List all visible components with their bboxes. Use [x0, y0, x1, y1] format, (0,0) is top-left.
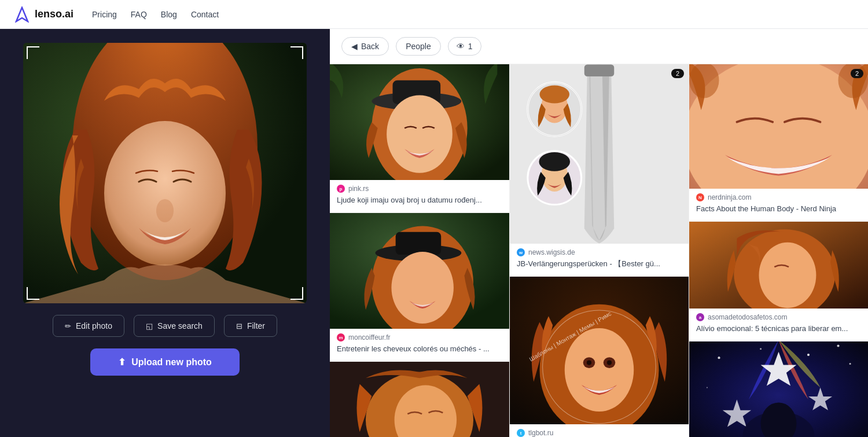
result-card[interactable]: 2 w news.wigsis.de JB-Verlängerungsperüc… — [510, 64, 689, 277]
photo-frame — [23, 43, 307, 303]
svg-point-10 — [387, 96, 453, 173]
svg-rect-14 — [396, 232, 442, 255]
card-info: p pink.rs Ljude koji imaju ovaj broj u d… — [330, 180, 509, 212]
card-image-col3-3 — [689, 341, 868, 437]
source-name: tlgbot.ru — [528, 429, 553, 437]
results-grid: p pink.rs Ljude koji imaju ovaj broj u d… — [330, 64, 868, 437]
edit-icon: ✏ — [65, 322, 71, 330]
svg-point-25 — [540, 86, 570, 104]
nav-pricing[interactable]: Pricing — [92, 10, 117, 19]
logo[interactable]: lenso.ai — [14, 6, 73, 23]
nav-blog[interactable]: Blog — [161, 10, 177, 19]
nav-faq[interactable]: FAQ — [131, 10, 147, 19]
card-source: a asomadetodosafetos.com — [696, 313, 861, 321]
corner-br — [290, 287, 303, 300]
corner-bl — [27, 287, 39, 300]
svg-point-34 — [587, 361, 591, 365]
card-source: w news.wigsis.de — [517, 248, 682, 256]
card-title: Facts About the Human Body - Nerd Ninja — [696, 204, 861, 214]
logo-icon — [14, 6, 30, 23]
logo-text: lenso.ai — [35, 8, 73, 20]
source-dot: N — [696, 193, 704, 201]
match-badge: 2 — [671, 69, 684, 78]
top-bar: ◀ Back People 👁 1 — [330, 29, 868, 64]
svg-point-35 — [607, 361, 612, 365]
source-name: moncoiffeur.fr — [348, 333, 390, 341]
card-source: t tlgbot.ru — [517, 429, 682, 437]
header: lenso.ai Pricing FAQ Blog Contact — [0, 0, 868, 29]
left-panel: ✏ Edit photo ◱ Save search ⊟ Filter ⬆ Up… — [0, 29, 330, 437]
card-image-1 — [330, 64, 509, 180]
people-filter-button[interactable]: People — [396, 37, 441, 56]
result-card[interactable]: Шаблоны | Монтаж | Мемы | Римс t tlgbot.… — [510, 277, 689, 437]
upload-icon: ⬆ — [118, 357, 126, 368]
corner-tl — [27, 46, 39, 59]
filter-icon: ⊟ — [236, 322, 242, 330]
card-title: Entretenir les cheveux colorés ou méchés… — [337, 344, 502, 354]
edit-photo-label: Edit photo — [76, 321, 112, 330]
results-col-2: 2 w news.wigsis.de JB-Verlängerungsperüc… — [509, 64, 689, 437]
card-image-3 — [330, 362, 509, 437]
save-search-label: Save search — [157, 321, 203, 330]
source-name: nerdninja.com — [708, 193, 751, 201]
upload-new-photo-button[interactable]: ⬆ Upload new photo — [90, 348, 240, 376]
svg-point-15 — [391, 252, 453, 324]
people-label: People — [406, 42, 431, 51]
card-image-col2-2: Шаблоны | Монтаж | Мемы | Римс — [510, 277, 689, 424]
match-badge: 2 — [851, 69, 863, 78]
card-title: Alívio emocional: 5 técnicas para libera… — [696, 324, 861, 334]
uploaded-photo — [23, 43, 307, 303]
corner-tr — [290, 46, 303, 59]
action-buttons: ✏ Edit photo ◱ Save search ⊟ Filter — [53, 315, 277, 337]
result-card[interactable]: m moncoiffeur.fr Entretenir les cheveux … — [330, 213, 509, 362]
result-card[interactable]: p pink.rs Ljude koji imaju ovaj broj u d… — [330, 64, 509, 213]
card-source: N nerdninja.com — [696, 193, 861, 201]
upload-label: Upload new photo — [131, 357, 212, 368]
source-dot: m — [337, 333, 345, 341]
filter-button[interactable]: ⊟ Filter — [224, 315, 277, 337]
card-title: JB-Verlängerungsperücken - 【Bester gü... — [517, 259, 682, 269]
result-card[interactable]: a asomadetodosafetos.com Alívio emociona… — [689, 222, 868, 341]
svg-point-31 — [565, 328, 634, 412]
source-dot: w — [517, 248, 525, 256]
edit-photo-button[interactable]: ✏ Edit photo — [53, 315, 124, 337]
card-image-col3-1 — [689, 64, 868, 189]
result-card[interactable] — [689, 341, 868, 437]
svg-point-5 — [156, 199, 174, 222]
card-title: Ljude koji imaju ovaj broj u datumu rođe… — [337, 195, 502, 205]
back-label: Back — [361, 42, 379, 51]
source-dot: t — [517, 429, 525, 437]
svg-point-28 — [539, 152, 570, 171]
nav-contact[interactable]: Contact — [191, 10, 219, 19]
save-icon: ◱ — [146, 322, 153, 330]
result-card[interactable]: 2 N nerdninja.com Facts About the Human … — [689, 64, 868, 222]
card-info: m moncoiffeur.fr Entretenir les cheveux … — [330, 329, 509, 361]
card-info: t tlgbot.ru Телеграм канал «ПельМЕМная |… — [510, 424, 689, 437]
svg-point-47 — [760, 348, 762, 350]
main-layout: ✏ Edit photo ◱ Save search ⊟ Filter ⬆ Up… — [0, 29, 868, 437]
source-dot: p — [337, 185, 345, 193]
svg-point-50 — [707, 387, 708, 388]
save-search-button[interactable]: ◱ Save search — [134, 315, 215, 337]
eye-icon: 👁 — [457, 42, 465, 51]
source-name: pink.rs — [348, 185, 369, 193]
svg-rect-21 — [584, 65, 615, 77]
card-source: p pink.rs — [337, 185, 502, 193]
results-col-3: 2 N nerdninja.com Facts About the Human … — [689, 64, 868, 437]
svg-point-44 — [759, 243, 816, 308]
results-col-1: p pink.rs Ljude koji imaju ovaj broj u d… — [330, 64, 509, 437]
main-nav: Pricing FAQ Blog Contact — [92, 10, 219, 19]
eye-count-button[interactable]: 👁 1 — [448, 37, 481, 56]
card-info: w news.wigsis.de JB-Verlängerungsperücke… — [510, 244, 689, 276]
card-info: a asomadetodosafetos.com Alívio emociona… — [689, 309, 868, 341]
card-source: m moncoiffeur.fr — [337, 333, 502, 341]
back-icon: ◀ — [351, 42, 358, 51]
svg-point-49 — [849, 363, 851, 365]
source-dot: a — [696, 313, 704, 321]
result-card[interactable]: a asomadetodosafetos.com Alívio emociona… — [330, 362, 509, 437]
filter-label: Filter — [247, 321, 265, 330]
back-button[interactable]: ◀ Back — [341, 37, 389, 56]
source-name: news.wigsis.de — [528, 248, 575, 256]
card-image-col2-1 — [510, 64, 689, 244]
svg-marker-0 — [16, 8, 28, 21]
